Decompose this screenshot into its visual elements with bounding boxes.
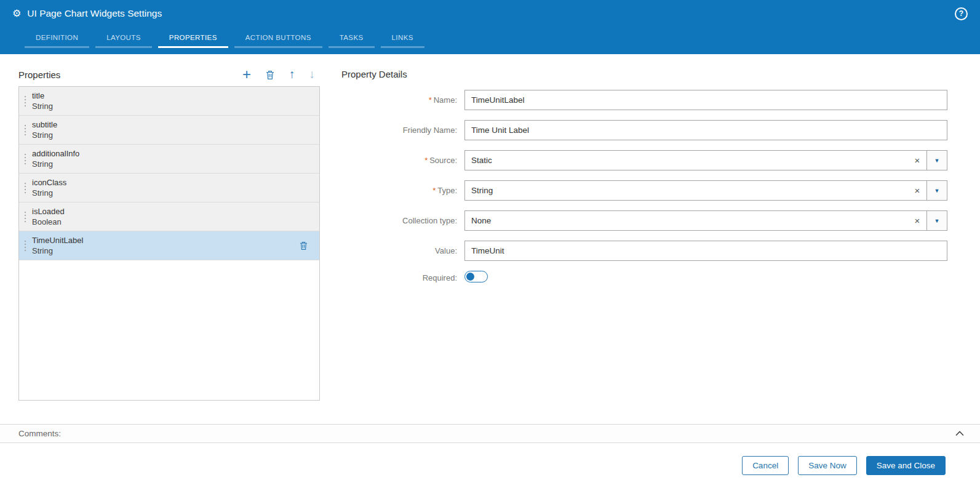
property-name: subtitle (32, 120, 57, 129)
property-details-panel: Property Details *Name: Friendly Name: *… (341, 69, 980, 424)
move-down-button[interactable]: ↓ (309, 69, 316, 80)
name-label-wrap: *Name: (341, 95, 464, 105)
property-name: iconClass (32, 178, 66, 187)
app-window: ⚙ UI Page Chart Widgets Settings ? DEFIN… (0, 0, 980, 488)
form-row-type: *Type: String × ▼ (341, 180, 947, 201)
type-value[interactable]: String (465, 181, 908, 200)
title-bar: ⚙ UI Page Chart Widgets Settings ? (0, 0, 980, 27)
source-label: Source: (429, 156, 457, 165)
chevron-down-icon[interactable]: ▼ (926, 181, 947, 200)
value-input[interactable] (464, 241, 947, 261)
form-row-source: *Source: Static × ▼ (341, 150, 947, 170)
chevron-up-icon[interactable] (955, 431, 964, 436)
source-label-wrap: *Source: (341, 156, 464, 165)
tab-action-buttons[interactable]: ACTION BUTTONS (234, 30, 322, 48)
friendly-name-label-wrap: Friendly Name: (341, 126, 464, 135)
type-combobox[interactable]: String × ▼ (464, 180, 947, 201)
delete-property-button[interactable] (265, 70, 275, 80)
property-type: Boolean (32, 217, 65, 226)
property-row-subtitle[interactable]: subtitle String (19, 116, 319, 145)
property-row-title[interactable]: title String (19, 87, 319, 116)
drag-handle-icon[interactable] (24, 240, 26, 252)
properties-list: title String subtitle String additionalI… (18, 86, 320, 401)
source-combobox[interactable]: Static × ▼ (464, 150, 947, 170)
form-row-friendly-name: Friendly Name: (341, 120, 947, 140)
collection-type-label-wrap: Collection type: (341, 216, 464, 225)
property-row-iconclass[interactable]: iconClass String (19, 174, 319, 202)
main-content: Properties + ↑ ↓ title String (0, 54, 980, 424)
property-name: title (32, 91, 53, 100)
property-type: String (32, 188, 66, 198)
property-row-text: isLoaded Boolean (32, 207, 65, 226)
property-row-text: TimeUnitLabel String (32, 236, 83, 255)
properties-heading: Properties (18, 70, 60, 80)
toggle-knob (466, 273, 474, 281)
save-and-close-button[interactable]: Save and Close (866, 456, 946, 475)
property-details-heading: Property Details (341, 69, 947, 79)
tab-bar: DEFINITION LAYOUTS PROPERTIES ACTION BUT… (0, 27, 980, 48)
required-label: Required: (423, 273, 457, 282)
clear-icon[interactable]: × (908, 211, 926, 230)
property-name: isLoaded (32, 207, 65, 216)
property-type: String (32, 130, 57, 140)
tab-tasks[interactable]: TASKS (329, 30, 375, 48)
source-value[interactable]: Static (465, 151, 908, 170)
required-asterisk: * (429, 95, 432, 105)
properties-panel: Properties + ↑ ↓ title String (18, 69, 320, 424)
property-row-text: iconClass String (32, 178, 66, 198)
collection-type-label: Collection type: (402, 216, 457, 225)
drag-handle-icon[interactable] (24, 124, 26, 136)
trash-icon (299, 241, 308, 250)
properties-toolbar: + ↑ ↓ (242, 69, 315, 80)
tab-properties[interactable]: PROPERTIES (158, 30, 228, 48)
type-label: Type: (437, 186, 457, 195)
cancel-button[interactable]: Cancel (742, 456, 789, 475)
help-icon[interactable]: ? (955, 7, 968, 20)
property-row-text: title String (32, 91, 53, 111)
form-row-collection-type: Collection type: None × ▼ (341, 210, 947, 231)
friendly-name-input[interactable] (464, 120, 947, 140)
value-label-wrap: Value: (341, 246, 464, 255)
comments-label: Comments: (18, 429, 61, 438)
trash-icon (265, 70, 275, 80)
property-row-isloaded[interactable]: isLoaded Boolean (19, 202, 319, 231)
required-asterisk: * (424, 156, 428, 165)
drag-handle-icon[interactable] (24, 182, 26, 194)
property-name: TimeUnitLabel (32, 236, 83, 245)
add-property-button[interactable]: + (242, 69, 251, 80)
value-label: Value: (435, 246, 457, 255)
property-row-timeunitlabel[interactable]: TimeUnitLabel String (19, 231, 319, 260)
drag-handle-icon[interactable] (24, 211, 26, 223)
footer-actions: Cancel Save Now Save and Close (0, 443, 980, 488)
property-type: String (32, 246, 83, 255)
property-type: String (32, 159, 79, 169)
collection-type-combobox[interactable]: None × ▼ (464, 210, 947, 231)
property-name: additionalInfo (32, 149, 79, 158)
move-up-button[interactable]: ↑ (289, 69, 295, 80)
drag-handle-icon[interactable] (24, 95, 26, 107)
tab-links[interactable]: LINKS (381, 30, 424, 48)
tab-layouts[interactable]: LAYOUTS (95, 30, 152, 48)
properties-panel-header: Properties + ↑ ↓ (18, 69, 320, 80)
clear-icon[interactable]: × (908, 181, 926, 200)
required-toggle[interactable] (464, 271, 488, 282)
tab-definition[interactable]: DEFINITION (25, 30, 89, 48)
chevron-down-icon[interactable]: ▼ (926, 151, 947, 170)
property-row-text: additionalInfo String (32, 149, 79, 169)
delete-row-button[interactable] (299, 241, 313, 250)
property-row-additionalinfo[interactable]: additionalInfo String (19, 145, 319, 174)
form-row-required: Required: (341, 271, 947, 285)
name-input[interactable] (464, 90, 947, 110)
required-asterisk: * (432, 186, 436, 195)
clear-icon[interactable]: × (908, 151, 926, 170)
save-now-button[interactable]: Save Now (798, 456, 857, 475)
gear-icon: ⚙ (12, 9, 21, 18)
app-header: ⚙ UI Page Chart Widgets Settings ? DEFIN… (0, 0, 980, 54)
page-title: UI Page Chart Widgets Settings (27, 8, 162, 19)
form-row-name: *Name: (341, 90, 947, 110)
drag-handle-icon[interactable] (24, 153, 26, 165)
chevron-down-icon[interactable]: ▼ (926, 211, 947, 230)
type-label-wrap: *Type: (341, 186, 464, 195)
required-label-wrap: Required: (341, 273, 464, 282)
collection-type-value[interactable]: None (465, 211, 908, 230)
